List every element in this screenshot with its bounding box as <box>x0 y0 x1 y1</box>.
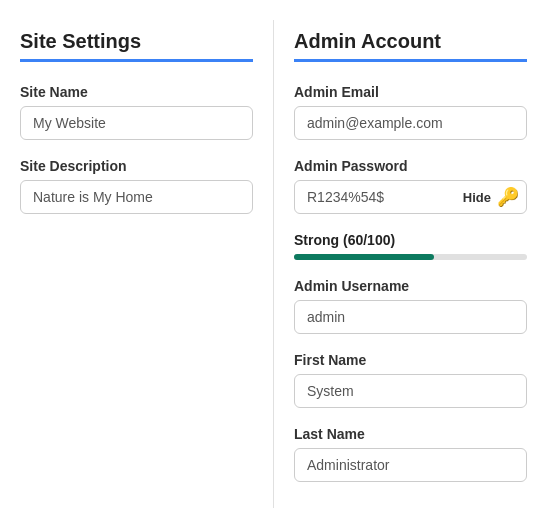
password-strength-section: Strong (60/100) <box>294 232 527 260</box>
strength-text: Strong (60/100) <box>294 232 527 248</box>
strength-bar-background <box>294 254 527 260</box>
password-actions: Hide 🔑 <box>463 186 519 208</box>
site-name-label: Site Name <box>20 84 253 100</box>
admin-account-underline <box>294 59 527 62</box>
site-name-group: Site Name <box>20 84 253 140</box>
last-name-input[interactable] <box>294 448 527 482</box>
key-icon: 🔑 <box>497 186 519 208</box>
admin-username-label: Admin Username <box>294 278 527 294</box>
admin-account-panel: Admin Account Admin Email Admin Password… <box>274 20 547 508</box>
site-name-input[interactable] <box>20 106 253 140</box>
site-description-group: Site Description <box>20 158 253 214</box>
password-wrapper: Hide 🔑 <box>294 180 527 214</box>
admin-email-input[interactable] <box>294 106 527 140</box>
site-settings-title: Site Settings <box>20 30 253 53</box>
first-name-label: First Name <box>294 352 527 368</box>
first-name-input[interactable] <box>294 374 527 408</box>
strength-bar-fill <box>294 254 434 260</box>
admin-email-label: Admin Email <box>294 84 527 100</box>
admin-username-input[interactable] <box>294 300 527 334</box>
site-description-input[interactable] <box>20 180 253 214</box>
first-name-group: First Name <box>294 352 527 408</box>
site-description-label: Site Description <box>20 158 253 174</box>
admin-account-title: Admin Account <box>294 30 527 53</box>
admin-password-label: Admin Password <box>294 158 527 174</box>
admin-username-group: Admin Username <box>294 278 527 334</box>
hide-password-button[interactable]: Hide <box>463 190 491 205</box>
admin-password-group: Admin Password Hide 🔑 <box>294 158 527 214</box>
last-name-label: Last Name <box>294 426 527 442</box>
site-settings-underline <box>20 59 253 62</box>
site-settings-panel: Site Settings Site Name Site Description <box>0 20 274 508</box>
admin-email-group: Admin Email <box>294 84 527 140</box>
last-name-group: Last Name <box>294 426 527 482</box>
